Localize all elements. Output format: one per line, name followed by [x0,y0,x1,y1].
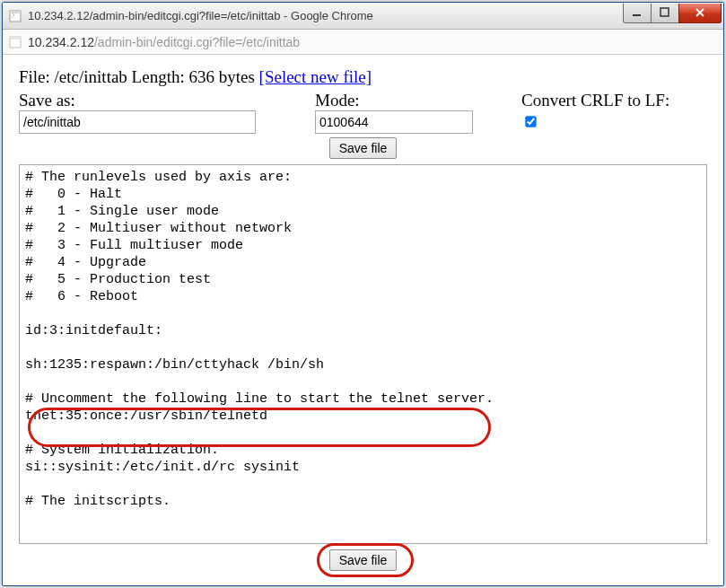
length-value: 636 bytes [188,67,258,86]
close-button[interactable] [678,4,722,23]
svg-rect-2 [633,14,641,16]
svg-rect-5 [10,37,21,39]
file-info-line: File: /etc/inittab Length: 636 bytes [Se… [19,67,707,87]
editor-wrap [19,164,707,544]
form-row: Save as: Mode: Convert CRLF to LF: [19,91,707,134]
crlf-checkbox[interactable] [525,116,536,127]
file-path: /etc/inittab [55,67,127,86]
mode-col: Mode: [315,91,521,134]
page-favicon [8,9,22,23]
save-file-button-bottom[interactable]: Save file [329,549,398,571]
bottom-save-row: Save file [19,549,707,571]
mode-label: Mode: [315,91,521,110]
file-editor-textarea[interactable] [19,164,707,544]
select-new-file-link[interactable]: [Select new file] [259,67,372,86]
save-as-label: Save as: [19,91,315,110]
window-title: 10.234.2.12/admin-bin/editcgi.cgi?file=/… [28,9,624,22]
url-favicon [8,35,22,49]
save-as-col: Save as: [19,91,315,134]
svg-rect-1 [10,11,21,13]
crlf-label: Convert CRLF to LF: [521,91,669,110]
crlf-col: Convert CRLF to LF: [521,91,707,134]
minimize-button[interactable] [623,4,652,23]
url-host: 10.234.2.12 [28,35,94,49]
length-label: Length: [127,67,189,86]
top-save-row: Save file [19,137,707,159]
browser-window: 10.234.2.12/admin-bin/editcgi.cgi?file=/… [2,2,724,586]
save-as-input[interactable] [19,110,256,134]
page-content: File: /etc/inittab Length: 636 bytes [Se… [3,55,723,585]
url-text: 10.234.2.12/admin-bin/editcgi.cgi?file=/… [28,35,300,49]
url-path: /admin-bin/editcgi.cgi?file=/etc/inittab [94,35,300,49]
save-file-button-top[interactable]: Save file [329,137,398,159]
svg-rect-3 [660,8,669,16]
address-bar[interactable]: 10.234.2.12/admin-bin/editcgi.cgi?file=/… [3,30,723,55]
maximize-button[interactable] [651,4,679,23]
window-buttons [624,4,722,23]
window-titlebar: 10.234.2.12/admin-bin/editcgi.cgi?file=/… [3,3,723,30]
mode-input[interactable] [315,110,473,134]
file-prefix: File: [19,67,55,86]
